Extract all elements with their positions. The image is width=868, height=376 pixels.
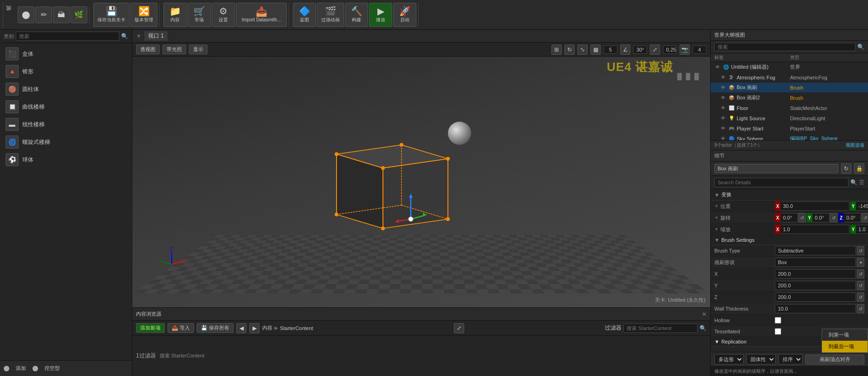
transform-gizmo[interactable] bbox=[392, 191, 429, 230]
list-item-curved-stairs[interactable]: 🔲 曲线楼梯 bbox=[0, 98, 132, 116]
align-vertices-btn[interactable]: 画刷顶点对齐 bbox=[805, 355, 864, 364]
viewport-canvas[interactable]: X Y Z 关卡: Untitled (永久性) UE4 谌嘉诚 ▐▌▐▌▐▌ bbox=[132, 57, 710, 307]
rot-z-reset[interactable]: ↺ bbox=[862, 213, 868, 222]
content-btn[interactable]: 📁 内容 bbox=[163, 3, 187, 27]
add-new-btn[interactable]: 添加新项 bbox=[136, 323, 165, 333]
tessellated-checkbox[interactable] bbox=[775, 328, 781, 335]
list-item-spiral-stairs[interactable]: 🌀 螺旋式楼梯 bbox=[0, 133, 132, 151]
details-search-input[interactable] bbox=[714, 178, 849, 187]
brush-settings-header[interactable]: ▼ Brush Settings bbox=[711, 235, 868, 245]
rot-z-input[interactable] bbox=[844, 213, 861, 222]
rot-x-reset[interactable]: ↺ bbox=[798, 213, 806, 222]
list-item-linear-stairs[interactable]: ▬ 线性楼梯 bbox=[0, 116, 132, 133]
show-btn[interactable]: 显示 bbox=[189, 45, 207, 54]
details-refresh-btn[interactable]: ↻ bbox=[841, 163, 851, 174]
rot-x-input[interactable] bbox=[781, 213, 798, 222]
outliner-row-sky-sphere[interactable]: 👁 🔵 Sky Sphere 编辑BP_Sky_Sphere bbox=[711, 134, 868, 140]
lit-btn[interactable]: 带光照 bbox=[162, 45, 186, 54]
viewport-tab[interactable]: 视口 1 bbox=[144, 31, 168, 41]
outliner-search-input[interactable] bbox=[714, 43, 855, 51]
perspective-btn[interactable]: 透视图 bbox=[136, 45, 160, 54]
view-options-btn[interactable]: 视图选项 bbox=[846, 142, 864, 149]
outliner-row-untitled[interactable]: 👁 🌐 Untitled (编辑器) 世界 bbox=[711, 62, 868, 72]
rot-y-input[interactable] bbox=[813, 213, 829, 222]
search-starter-input[interactable] bbox=[623, 324, 698, 333]
list-item-cone[interactable]: 🔺 锥形 bbox=[0, 63, 132, 80]
breadcrumb-starter[interactable]: StarterContent bbox=[280, 325, 313, 331]
foliage-mode-btn[interactable]: 🌿 bbox=[71, 6, 87, 23]
camera-btn[interactable]: 📷 bbox=[680, 45, 690, 55]
hollow-checkbox[interactable] bbox=[775, 317, 781, 324]
eye-icon[interactable]: 👁 bbox=[720, 115, 726, 122]
save-level-btn[interactable]: 💾 保存当前关卡 bbox=[93, 3, 130, 27]
rot-y-reset[interactable]: ↺ bbox=[830, 213, 837, 222]
brush-shape-select[interactable]: Box Sphere Cylinder bbox=[775, 258, 856, 267]
brush-y-btn[interactable]: ↺ bbox=[857, 281, 864, 290]
order-dropdown[interactable]: 排序 bbox=[778, 354, 803, 364]
hollow-btn[interactable]: 挖空型 bbox=[42, 363, 63, 373]
outliner-row-light[interactable]: 👁 💡 Light Source DirectionalLight bbox=[711, 113, 868, 123]
brush-type-select[interactable]: Subtractive Additive bbox=[775, 246, 856, 255]
wall-thickness-input[interactable] bbox=[775, 304, 856, 313]
build-btn[interactable]: 🔨 构建 bbox=[345, 3, 368, 27]
go-first-item[interactable]: 到第一项 bbox=[822, 329, 868, 341]
eye-icon[interactable]: 👁 bbox=[714, 64, 721, 71]
details-menu-icon[interactable]: ☰ bbox=[859, 179, 864, 186]
nav-forward-btn[interactable]: ▶ bbox=[249, 323, 259, 333]
play-btn[interactable]: ▶ 播放 bbox=[369, 3, 392, 27]
list-item-cylinder[interactable]: 🟤 圆柱体 bbox=[0, 80, 132, 98]
version-mgmt-btn[interactable]: 🔀 版本管理 bbox=[130, 3, 157, 27]
list-item-box[interactable]: ⬛ 盒体 bbox=[0, 45, 132, 63]
cursor-mode-btn[interactable]: ⬤ bbox=[18, 6, 34, 23]
snap-rotate-btn[interactable]: ↻ bbox=[564, 45, 575, 55]
hollow-dot[interactable] bbox=[32, 366, 38, 371]
row-type-link[interactable]: 编辑BP_Sky_Sphere bbox=[790, 135, 864, 140]
list-item-sphere[interactable]: ⚽ 球体 bbox=[0, 151, 132, 169]
outliner-row-box-brush2[interactable]: 👁 📦 Box 画刷2 Brush bbox=[711, 93, 868, 103]
pos-x-input[interactable] bbox=[781, 201, 849, 211]
details-lock-btn[interactable]: 🔒 bbox=[854, 163, 864, 174]
add-dot[interactable] bbox=[4, 366, 9, 371]
landscape-mode-btn[interactable]: 🏔 bbox=[53, 6, 70, 23]
outliner-row-floor[interactable]: 👁 ⬜ Floor StaticMeshActor bbox=[711, 103, 868, 113]
eye-icon[interactable]: 👁 bbox=[720, 74, 726, 81]
brush-x-btn[interactable]: ↺ bbox=[857, 269, 864, 279]
category-search-input[interactable] bbox=[16, 32, 119, 41]
outliner-row-player[interactable]: 👁 🎮 Player Start PlayerStart bbox=[711, 123, 868, 134]
sc-x-input[interactable] bbox=[781, 225, 849, 234]
go-last-item[interactable]: 到最后一项 bbox=[822, 341, 868, 352]
nav-back-btn[interactable]: ◀ bbox=[236, 323, 246, 333]
outliner-search-icon[interactable]: 🔍 bbox=[857, 44, 864, 50]
eye-icon[interactable]: 👁 bbox=[720, 105, 726, 111]
eye-icon[interactable]: 👁 bbox=[720, 84, 726, 91]
angle-toggle-btn[interactable]: ∠ bbox=[620, 45, 630, 55]
brush-x-input[interactable] bbox=[775, 269, 856, 279]
close-browser-btn[interactable]: ✕ bbox=[702, 311, 706, 318]
snap-scale-btn[interactable]: ⤡ bbox=[577, 45, 588, 55]
settings-btn[interactable]: ⚙ 设置 bbox=[212, 3, 235, 27]
outliner-row-box-brush[interactable]: 👁 📦 Box 画刷 Brush bbox=[711, 83, 868, 93]
expand-btn[interactable]: ⤢ bbox=[454, 323, 464, 333]
solid-dropdown[interactable]: 固体性 bbox=[746, 354, 776, 364]
breadcrumb-content[interactable]: 内容 bbox=[262, 324, 272, 331]
brush-z-input[interactable] bbox=[775, 292, 856, 302]
add-btn[interactable]: 添加 bbox=[13, 363, 29, 373]
eye-icon[interactable]: 👁 bbox=[720, 136, 726, 141]
details-name-input[interactable] bbox=[714, 164, 838, 173]
grid-toggle-btn[interactable]: ▦ bbox=[590, 45, 601, 55]
import-btn[interactable]: 📥 导入 bbox=[168, 323, 194, 333]
brush-y-input[interactable] bbox=[775, 281, 856, 290]
polygon-dropdown[interactable]: 多边形 bbox=[714, 354, 744, 364]
outliner-row-fog[interactable]: 👁 🌫 Atmospheric Fog AtmosphericFog bbox=[711, 72, 868, 83]
selected-brush-box[interactable] bbox=[309, 122, 466, 233]
eye-icon[interactable]: 👁 bbox=[720, 125, 726, 132]
brush-z-btn[interactable]: ↺ bbox=[857, 292, 864, 302]
search-icon[interactable]: 🔍 bbox=[121, 33, 128, 39]
scale-toggle-btn[interactable]: ⤢ bbox=[650, 45, 660, 55]
market-btn[interactable]: 🛒 市场 bbox=[188, 3, 211, 27]
pos-y-input[interactable] bbox=[856, 201, 868, 211]
paint-mode-btn[interactable]: ✏ bbox=[35, 6, 52, 23]
sc-y-input[interactable] bbox=[856, 225, 868, 234]
import-datasmith-btn[interactable]: 📥 Import Datasmith... bbox=[236, 3, 287, 27]
eye-icon[interactable]: 👁 bbox=[720, 95, 726, 101]
